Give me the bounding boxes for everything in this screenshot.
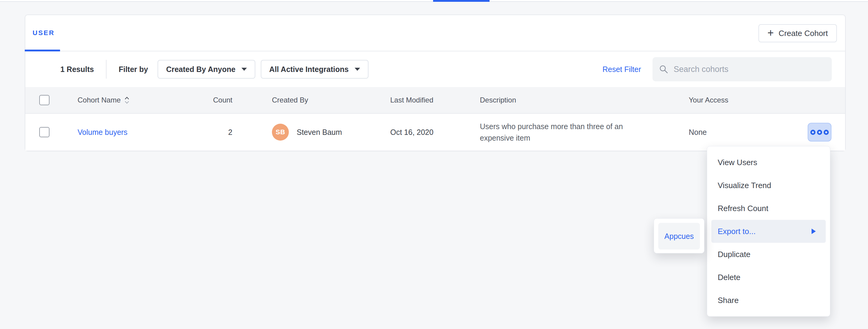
column-header-cohort-name[interactable]: Cohort Name	[78, 96, 194, 104]
integrations-dropdown[interactable]: All Active Integrations	[261, 60, 369, 79]
search-input[interactable]	[674, 65, 825, 74]
filter-by-label: Filter by	[119, 65, 148, 74]
menu-item-delete[interactable]: Delete	[711, 266, 826, 289]
chevron-down-icon	[354, 68, 360, 71]
more-dot-icon	[824, 130, 829, 135]
cohort-description: Users who purchase more than three of an…	[480, 121, 661, 144]
sort-icon	[124, 97, 129, 104]
created-by-dropdown-value: Created By Anyone	[166, 65, 236, 74]
menu-item-refresh-count[interactable]: Refresh Count	[711, 197, 826, 220]
tab-active-underline	[25, 50, 60, 51]
tab-bar: USER + Create Cohort	[25, 15, 845, 51]
create-cohort-button[interactable]: + Create Cohort	[758, 24, 837, 42]
created-by-dropdown[interactable]: Created By Anyone	[158, 60, 255, 79]
more-dot-icon	[817, 130, 822, 135]
submenu-arrow-icon	[812, 228, 816, 234]
export-submenu: Appcues	[654, 218, 705, 253]
chevron-down-icon	[242, 68, 247, 71]
table-row: Volume buyers 2 SB Steven Baum Oct 16, 2…	[25, 114, 845, 150]
menu-item-visualize-trend[interactable]: Visualize Trend	[711, 174, 826, 197]
row-checkbox[interactable]	[39, 127, 50, 137]
cohort-count: 2	[194, 128, 232, 137]
column-header-count[interactable]: Count	[194, 96, 232, 104]
filter-divider	[106, 60, 106, 79]
last-modified-date: Oct 16, 2020	[390, 128, 480, 137]
submenu-item-appcues[interactable]: Appcues	[658, 223, 700, 249]
results-count: 1 Results	[60, 65, 94, 74]
avatar: SB	[272, 124, 289, 141]
your-access-value: None	[689, 128, 808, 137]
more-dot-icon	[810, 130, 815, 135]
menu-item-export-to-label: Export to...	[718, 227, 756, 236]
plus-icon: +	[768, 28, 774, 38]
tab-user[interactable]: USER	[25, 15, 62, 51]
menu-item-duplicate[interactable]: Duplicate	[711, 243, 826, 266]
search-icon	[659, 65, 668, 74]
select-all-checkbox[interactable]	[39, 95, 50, 105]
search-box[interactable]	[652, 57, 832, 81]
cohorts-card: USER + Create Cohort 1 Results Filter by…	[25, 15, 846, 151]
create-cohort-label: Create Cohort	[779, 29, 828, 38]
table-header: Cohort Name Count Created By Last Modifi…	[25, 87, 845, 114]
column-header-last-modified[interactable]: Last Modified	[390, 96, 480, 104]
top-nav-strip	[0, 0, 868, 2]
more-actions-button[interactable]	[808, 123, 832, 141]
column-header-your-access[interactable]: Your Access	[689, 96, 808, 104]
reset-filter-link[interactable]: Reset Filter	[602, 65, 641, 74]
active-nav-tab-indicator[interactable]	[433, 0, 490, 2]
row-actions-menu: View Users Visualize Trend Refresh Count…	[707, 146, 830, 317]
menu-item-share[interactable]: Share	[711, 289, 826, 312]
menu-item-view-users[interactable]: View Users	[711, 151, 826, 174]
created-by-name: Steven Baum	[297, 128, 342, 137]
filter-bar: 1 Results Filter by Created By Anyone Al…	[25, 51, 845, 87]
column-header-description[interactable]: Description	[480, 96, 689, 104]
column-header-created-by[interactable]: Created By	[272, 96, 390, 104]
tab-user-label: USER	[33, 29, 55, 37]
menu-item-export-to[interactable]: Export to...	[711, 220, 826, 243]
integrations-dropdown-value: All Active Integrations	[269, 65, 349, 74]
cohort-name-link[interactable]: Volume buyers	[78, 128, 127, 137]
